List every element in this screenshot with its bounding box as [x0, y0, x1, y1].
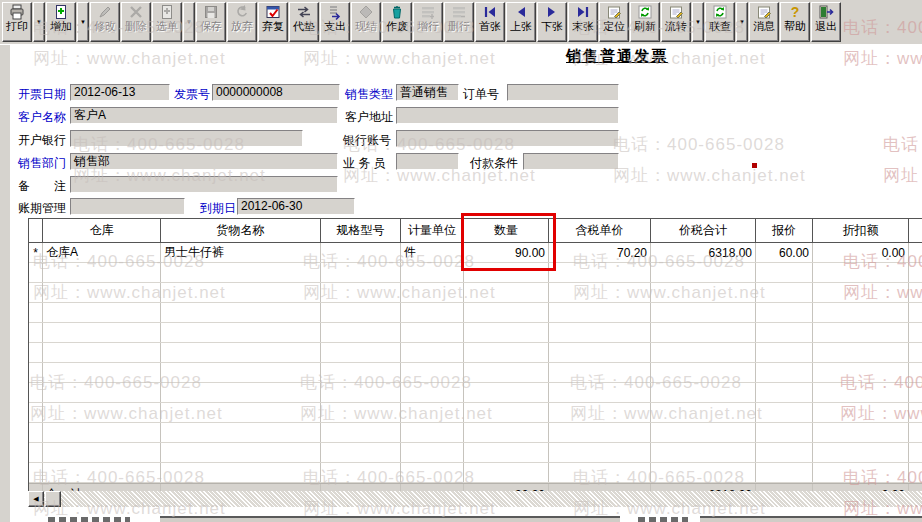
cell-extra[interactable] — [909, 323, 922, 342]
cell-tax-incl-price[interactable] — [549, 423, 651, 442]
cell-quote-price[interactable]: 60.00 — [756, 243, 813, 262]
cell-goods-name[interactable] — [161, 443, 321, 462]
advance-button[interactable]: 代垫 — [289, 2, 319, 42]
sales-dept-field[interactable]: 销售部 — [70, 153, 338, 170]
cell-unit[interactable]: 件 — [401, 243, 464, 262]
cell-tax-incl-price[interactable] — [549, 323, 651, 342]
last-button[interactable]: 末张 — [568, 2, 598, 42]
cell-quantity[interactable]: 数量 — [464, 219, 549, 242]
cell-price-tax-total[interactable] — [651, 363, 756, 382]
sale-type-field[interactable]: 普通销售 — [396, 84, 459, 101]
cell-quote-price[interactable] — [756, 443, 813, 462]
cell-tax-incl-price[interactable] — [549, 383, 651, 402]
cell-spec-model[interactable]: 规格型号 — [321, 219, 401, 242]
cell-quantity[interactable] — [464, 343, 549, 362]
cell-row-header[interactable] — [29, 423, 43, 442]
cell-row-header[interactable]: * — [29, 243, 43, 262]
customer-name-field[interactable]: 客户A — [70, 107, 338, 124]
cell-quote-price[interactable] — [756, 343, 813, 362]
cell-tax-incl-price[interactable] — [549, 403, 651, 422]
cell-spec-model[interactable] — [321, 243, 401, 262]
cell-quantity[interactable]: 90.00 — [464, 243, 549, 262]
cell-quantity[interactable] — [464, 443, 549, 462]
cell-warehouse[interactable]: 仓库A — [43, 243, 161, 262]
cell-price-tax-total[interactable] — [651, 263, 756, 282]
cell-goods-name[interactable]: 货物名称 — [161, 219, 321, 242]
cell-warehouse[interactable] — [43, 283, 161, 302]
cell-extra[interactable] — [909, 363, 922, 382]
cell-warehouse[interactable] — [43, 443, 161, 462]
cell-extra[interactable] — [909, 343, 922, 362]
cell-price-tax-total[interactable] — [651, 403, 756, 422]
cell-goods-name[interactable] — [161, 463, 321, 482]
cell-discount-amount[interactable] — [813, 383, 909, 402]
cell-price-tax-total[interactable] — [651, 383, 756, 402]
cell-warehouse[interactable] — [43, 463, 161, 482]
cell-price-tax-total[interactable] — [651, 423, 756, 442]
cell-goods-name[interactable] — [161, 343, 321, 362]
cell-quote-price[interactable] — [756, 323, 813, 342]
cell-unit[interactable] — [401, 263, 464, 282]
cell-goods-name[interactable] — [161, 323, 321, 342]
order-no-field[interactable] — [507, 84, 619, 101]
cell-quote-price[interactable] — [756, 423, 813, 442]
cell-discount-amount[interactable] — [813, 443, 909, 462]
flow-dropdown[interactable]: ▼ — [692, 2, 704, 42]
cell-price-tax-total[interactable]: 价税合计 — [651, 219, 756, 242]
cell-goods-name[interactable] — [161, 303, 321, 322]
cell-unit[interactable] — [401, 303, 464, 322]
cell-goods-name[interactable] — [161, 423, 321, 442]
cell-goods-name[interactable] — [161, 283, 321, 302]
cell-spec-model[interactable] — [321, 383, 401, 402]
cell-spec-model[interactable] — [321, 283, 401, 302]
cell-spec-model[interactable] — [321, 303, 401, 322]
bank-field[interactable] — [70, 130, 303, 147]
cell-row-header[interactable] — [29, 323, 43, 342]
cell-price-tax-total[interactable] — [651, 303, 756, 322]
cell-warehouse[interactable] — [43, 323, 161, 342]
cell-warehouse[interactable] — [43, 423, 161, 442]
cell-warehouse[interactable] — [43, 303, 161, 322]
cell-extra[interactable] — [909, 263, 922, 282]
cell-price-tax-total[interactable] — [651, 443, 756, 462]
add-button[interactable]: 增加 — [46, 2, 76, 42]
locate-button[interactable]: 定位 — [599, 2, 629, 42]
cell-extra[interactable] — [909, 383, 922, 402]
cell-unit[interactable] — [401, 403, 464, 422]
cell-quantity[interactable] — [464, 383, 549, 402]
grid-horizontal-scrollbar[interactable]: ◀ — [28, 491, 922, 507]
cell-spec-model[interactable] — [321, 323, 401, 342]
print-button[interactable]: 打印 — [2, 2, 32, 42]
cell-spec-model[interactable] — [321, 263, 401, 282]
cell-unit[interactable]: 计量单位 — [401, 219, 464, 242]
cell-quote-price[interactable] — [756, 403, 813, 422]
cell-row-header[interactable] — [29, 343, 43, 362]
cell-discount-amount[interactable] — [813, 263, 909, 282]
pick-order-dropdown[interactable]: ▼ — [183, 2, 195, 42]
invoice-date-field[interactable]: 2012-06-13 — [70, 84, 170, 101]
cell-quantity[interactable] — [464, 423, 549, 442]
cell-unit[interactable] — [401, 363, 464, 382]
cell-discount-amount[interactable] — [813, 423, 909, 442]
cell-warehouse[interactable]: 仓库 — [43, 219, 161, 242]
cell-extra[interactable] — [909, 403, 922, 422]
prev-button[interactable]: 上张 — [506, 2, 536, 42]
cell-spec-model[interactable] — [321, 403, 401, 422]
unreview-button[interactable]: 弃复 — [258, 2, 288, 42]
cell-quantity[interactable] — [464, 403, 549, 422]
cell-quote-price[interactable] — [756, 303, 813, 322]
cell-row-header[interactable] — [29, 463, 43, 482]
cell-tax-incl-price[interactable]: 含税单价 — [549, 219, 651, 242]
due-date-field[interactable]: 2012-06-30 — [237, 198, 355, 215]
cell-quantity[interactable] — [464, 303, 549, 322]
cell-discount-amount[interactable] — [813, 363, 909, 382]
cell-row-header[interactable] — [29, 443, 43, 462]
cell-quote-price[interactable] — [756, 463, 813, 482]
scroll-left-arrow[interactable]: ◀ — [28, 491, 44, 507]
cell-warehouse[interactable] — [43, 263, 161, 282]
cell-row-header[interactable] — [29, 263, 43, 282]
message-button[interactable]: 消息 — [749, 2, 779, 42]
cell-discount-amount[interactable]: 折扣额 — [813, 219, 909, 242]
cell-extra[interactable] — [909, 243, 922, 262]
cell-unit[interactable] — [401, 383, 464, 402]
